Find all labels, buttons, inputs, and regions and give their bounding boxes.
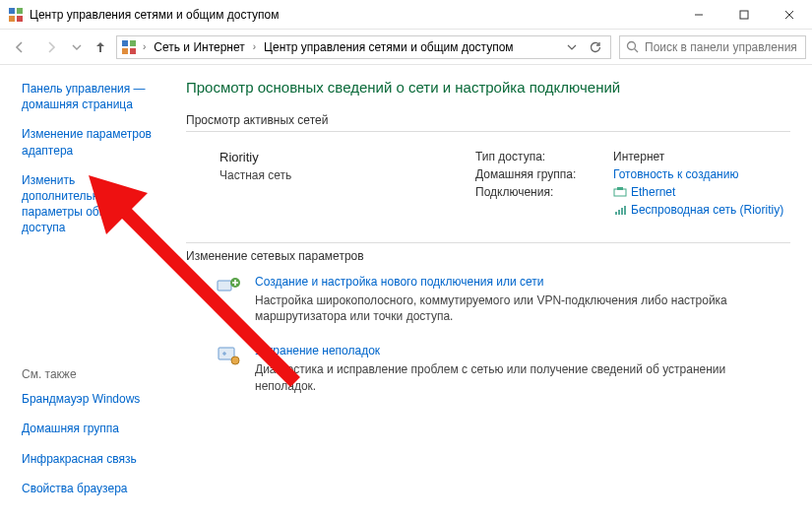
breadcrumb-seg-network[interactable]: Сеть и Интернет bbox=[152, 40, 246, 54]
svg-point-23 bbox=[231, 357, 239, 364]
action-troubleshoot-desc: Диагностика и исправление проблем с сеть… bbox=[255, 361, 767, 393]
wifi-icon bbox=[613, 204, 627, 216]
svg-rect-17 bbox=[618, 210, 620, 215]
address-dropdown-button[interactable] bbox=[561, 36, 583, 58]
svg-rect-20 bbox=[218, 281, 231, 291]
see-also-infrared[interactable]: Инфракрасная связь bbox=[22, 451, 164, 467]
access-type-value: Интернет bbox=[613, 150, 790, 163]
ethernet-icon bbox=[613, 186, 627, 198]
see-also-homegroup[interactable]: Домашняя группа bbox=[22, 421, 164, 436]
breadcrumb-seg-sharing-center[interactable]: Центр управления сетями и общим доступом bbox=[262, 40, 516, 54]
see-also-internet-options[interactable]: Свойства браузера bbox=[22, 481, 164, 496]
address-bar[interactable]: › Сеть и Интернет › Центр управления сет… bbox=[116, 35, 611, 59]
sidebar-home-link[interactable]: Панель управления — домашняя страница bbox=[22, 81, 164, 112]
svg-rect-3 bbox=[17, 16, 23, 22]
svg-point-12 bbox=[628, 42, 636, 50]
refresh-button[interactable] bbox=[585, 36, 606, 58]
svg-rect-0 bbox=[9, 8, 15, 14]
svg-rect-11 bbox=[130, 48, 136, 54]
homegroup-link[interactable]: Готовность к созданию bbox=[613, 167, 738, 181]
search-icon bbox=[626, 40, 639, 53]
back-button[interactable] bbox=[6, 33, 33, 61]
sidebar: Панель управления — домашняя страница Из… bbox=[0, 65, 178, 520]
active-networks-label: Просмотр активных сетей bbox=[186, 113, 790, 132]
navbar: › Сеть и Интернет › Центр управления сет… bbox=[0, 30, 812, 65]
control-panel-icon bbox=[121, 39, 137, 55]
new-connection-icon bbox=[216, 275, 243, 298]
see-also-firewall[interactable]: Брандмауэр Windows bbox=[22, 391, 164, 407]
search-placeholder: Поиск в панели управления bbox=[645, 40, 797, 54]
maximize-button[interactable] bbox=[721, 0, 767, 30]
svg-rect-1 bbox=[17, 8, 23, 14]
svg-rect-14 bbox=[614, 189, 626, 196]
action-troubleshoot: Устранение неполадок Диагностика и испра… bbox=[216, 344, 790, 393]
app-icon bbox=[8, 7, 24, 23]
svg-rect-15 bbox=[617, 187, 623, 190]
see-also-heading: См. также bbox=[22, 367, 164, 381]
titlebar: Центр управления сетями и общим доступом bbox=[0, 0, 812, 30]
content-area: Просмотр основных сведений о сети и наст… bbox=[178, 65, 812, 520]
troubleshoot-icon bbox=[216, 344, 243, 367]
settings-heading: Изменение сетевых параметров bbox=[186, 247, 790, 263]
sidebar-adapter-link[interactable]: Изменение параметров адаптера bbox=[22, 126, 164, 158]
action-troubleshoot-link[interactable]: Устранение неполадок bbox=[255, 344, 767, 358]
svg-rect-10 bbox=[122, 48, 128, 54]
connections-key: Подключения: bbox=[475, 185, 613, 199]
homegroup-key: Домашняя группа: bbox=[475, 167, 613, 181]
window-title: Центр управления сетями и общим доступом bbox=[30, 8, 280, 22]
chevron-right-icon: › bbox=[141, 41, 148, 52]
network-type: Частная сеть bbox=[219, 168, 466, 182]
search-input[interactable]: Поиск в панели управления bbox=[619, 35, 806, 59]
action-new-connection: Создание и настройка нового подключения … bbox=[216, 275, 790, 324]
forward-button[interactable] bbox=[37, 33, 65, 61]
svg-rect-9 bbox=[130, 40, 136, 46]
history-dropdown[interactable] bbox=[69, 33, 85, 61]
up-button[interactable] bbox=[89, 33, 112, 61]
svg-rect-16 bbox=[615, 212, 617, 215]
chevron-right-icon: › bbox=[251, 41, 258, 52]
connection-wifi-link[interactable]: Беспроводная сеть (Rioritiy) bbox=[631, 203, 783, 217]
page-title: Просмотр основных сведений о сети и наст… bbox=[186, 79, 790, 96]
connection-ethernet-link[interactable]: Ethernet bbox=[631, 185, 675, 199]
network-name: Rioritiy bbox=[219, 150, 466, 164]
action-new-connection-link[interactable]: Создание и настройка нового подключения … bbox=[255, 275, 767, 289]
svg-line-13 bbox=[635, 49, 639, 53]
svg-rect-2 bbox=[9, 16, 15, 22]
svg-rect-8 bbox=[122, 40, 128, 46]
active-network-row: Rioritiy Частная сеть Тип доступа: Интер… bbox=[186, 136, 790, 234]
action-new-connection-desc: Настройка широкополосного, коммутируемог… bbox=[255, 292, 767, 324]
close-button[interactable] bbox=[767, 0, 812, 30]
svg-rect-19 bbox=[624, 206, 626, 215]
minimize-button[interactable] bbox=[676, 0, 721, 30]
sidebar-sharing-link[interactable]: Изменить дополнительные параметры общего… bbox=[22, 172, 164, 236]
svg-rect-5 bbox=[740, 11, 748, 19]
access-type-key: Тип доступа: bbox=[475, 150, 613, 163]
svg-rect-18 bbox=[621, 208, 623, 215]
